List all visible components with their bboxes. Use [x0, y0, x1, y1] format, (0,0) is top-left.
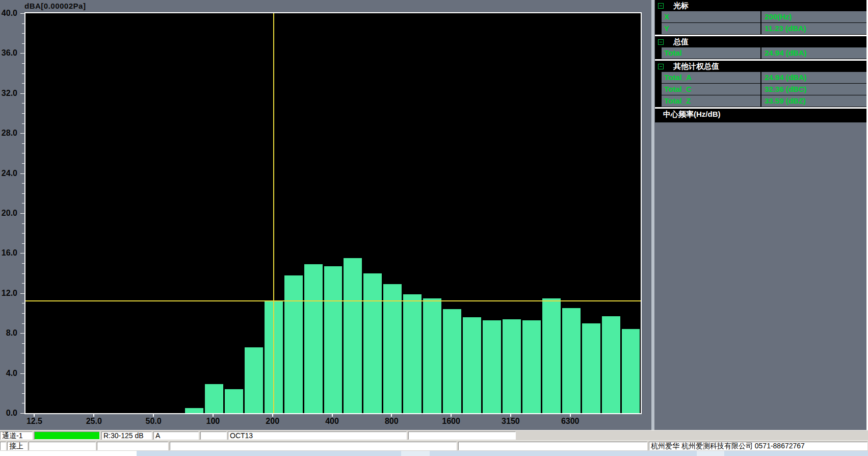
x-axis-tick-label: 1600: [428, 417, 474, 426]
plot-area[interactable]: [24, 12, 642, 414]
window-bottom-strip: [0, 451, 868, 456]
panel-section-title: 总值: [673, 37, 689, 47]
spectrum-bar-800hz[interactable]: [383, 284, 402, 413]
y-axis-tick-label: 12.0: [0, 289, 17, 298]
panel-splitter[interactable]: [651, 0, 654, 430]
spectrum-bar-8000hz[interactable]: [582, 323, 600, 413]
spectrum-bar-100hz[interactable]: [205, 384, 223, 413]
panel-section-title: 其他计权总值: [673, 62, 719, 71]
spectrum-bar-1000hz[interactable]: [403, 294, 422, 413]
panel-section-header[interactable]: 总值: [655, 36, 866, 47]
spectrum-bar-125hz[interactable]: [225, 389, 243, 413]
panel-section-header[interactable]: 其他计权总值: [655, 61, 866, 72]
panel-row-value: 33.59 (dBZ): [761, 95, 866, 107]
y-axis-tick-label: 28.0: [0, 129, 17, 138]
status-cell-empty-2: [408, 432, 516, 440]
bottom-strip-light-seg-1: [401, 451, 430, 456]
spectrum-chart: dBA[0.00002Pa] 40.036.032.028.024.020.01…: [0, 0, 653, 430]
panel-row-x[interactable]: X200(Hz): [655, 11, 866, 22]
spectrum-bar-250hz[interactable]: [284, 275, 303, 413]
spectrum-bar-6300hz[interactable]: [562, 308, 581, 413]
panel-row-value: 200(Hz): [761, 11, 866, 22]
row-indent: [655, 23, 662, 34]
y-axis-tick: [20, 133, 24, 134]
status-cell-empty-3: [170, 442, 457, 450]
row-indent: [655, 72, 662, 83]
panel-row-y[interactable]: Y11.23 (dBA): [655, 23, 866, 34]
y-axis-tick-label: 20.0: [0, 209, 17, 218]
chart-title: dBA[0.00002Pa]: [24, 2, 86, 10]
spectrum-bar-4000hz[interactable]: [522, 320, 541, 413]
spectrum-bar-160hz[interactable]: [245, 347, 263, 413]
row-indent: [655, 11, 662, 22]
spectrum-bar-3150hz[interactable]: [503, 319, 521, 413]
y-axis-tick: [20, 173, 24, 174]
y-axis-tick: [20, 13, 24, 14]
cursor-horizontal-line[interactable]: [25, 300, 641, 301]
collapse-minus-icon[interactable]: [658, 64, 664, 69]
collapse-minus-icon[interactable]: [658, 3, 664, 9]
y-axis-tick-label: 36.0: [0, 48, 17, 58]
spectrum-bar-80hz[interactable]: [185, 408, 203, 413]
x-axis-tick-label: 6300: [547, 417, 593, 426]
bottom-strip-light-seg-2: [697, 451, 724, 456]
panel-section-header[interactable]: 光标: [655, 0, 866, 11]
x-axis-tick-label: 200: [250, 417, 296, 426]
cursor-vertical-line[interactable]: [273, 13, 274, 413]
y-axis-tick: [20, 213, 24, 214]
spectrum-bar-1600hz[interactable]: [443, 309, 461, 413]
status-cell-channel-color[interactable]: [34, 432, 100, 440]
y-axis-tick: [20, 373, 24, 374]
spectrum-bar-12500hz[interactable]: [622, 329, 640, 413]
panel-row-total_a[interactable]: Total_A24.94 (dBA): [655, 72, 866, 83]
y-axis-tick: [20, 253, 24, 254]
spectrum-bar-1250hz[interactable]: [423, 298, 441, 413]
panel-row-value: 24.94 (dBA): [761, 72, 866, 83]
panel-row-value: 11.23 (dBA): [761, 23, 866, 34]
status-bar-2: 接上杭州爱华 杭州爱测科技有限公司 0571-88672767: [0, 440, 868, 451]
y-axis-tick-label: 4.0: [0, 369, 17, 378]
y-axis-tick-label: 8.0: [0, 328, 17, 338]
status-cell-empty-4: [458, 442, 647, 450]
spectrum-bar-2000hz[interactable]: [463, 317, 481, 413]
spectrum-bar-5000hz[interactable]: [542, 298, 561, 413]
app-window: dBA[0.00002Pa] 40.036.032.028.024.020.01…: [0, 0, 868, 456]
status-cell-range: R:30-125 dB: [101, 432, 152, 440]
panel-row-value: 24.94 (dBA): [761, 47, 866, 59]
y-axis-tick-label: 24.0: [0, 169, 17, 178]
x-axis-tick-label: 400: [309, 417, 355, 426]
x-axis-tick-label: 25.0: [71, 417, 117, 426]
spectrum-bar-10000hz[interactable]: [602, 316, 620, 413]
row-indent: [655, 95, 662, 107]
x-axis-tick-label: 12.5: [11, 417, 57, 426]
x-axis-tick-label: 100: [190, 417, 236, 426]
panel-section-header[interactable]: 中心频率(Hz/dB): [655, 109, 866, 120]
panel-row-total_z[interactable]: Total_Z33.59 (dBZ): [655, 95, 866, 107]
x-axis-tick-label: 3150: [488, 417, 534, 426]
panel-row-total[interactable]: Total24.94 (dBA): [655, 47, 866, 59]
status-cell-weighting: A: [153, 432, 199, 440]
spectrum-bar-630hz[interactable]: [363, 273, 382, 413]
status-cell-link-state: 接上: [7, 442, 28, 450]
y-axis-tick: [20, 93, 24, 94]
y-axis-tick-label: 32.0: [0, 89, 17, 98]
spectrum-bar-400hz[interactable]: [324, 266, 343, 413]
status-cell-empty-1: [200, 432, 227, 440]
panel-section-title: 中心频率(Hz/dB): [663, 110, 721, 119]
panel-row-label: Total: [662, 47, 760, 59]
y-axis-tick-label: 16.0: [0, 248, 17, 258]
y-axis-tick: [20, 413, 24, 414]
y-axis-tick: [20, 53, 24, 54]
status-cell-empty-2: [97, 442, 168, 450]
collapse-minus-icon[interactable]: [658, 39, 664, 45]
status-cell-company: 杭州爱华 杭州爱测科技有限公司 0571-88672767: [649, 442, 867, 450]
spectrum-bar-500hz[interactable]: [344, 258, 362, 413]
panel-row-label: Y: [662, 23, 760, 34]
spectrum-bar-2500hz[interactable]: [483, 320, 501, 413]
panel-row-total_c[interactable]: Total_C32.36 (dBC): [655, 84, 866, 95]
status-cell-empty-0: [0, 442, 6, 450]
y-axis-tick-label: 40.0: [0, 9, 17, 18]
x-axis-tick-label: 800: [369, 417, 414, 426]
spectrum-bar-315hz[interactable]: [304, 264, 323, 413]
results-panel: 光标X200(Hz)Y11.23 (dBA)总值Total24.94 (dBA)…: [655, 0, 866, 430]
